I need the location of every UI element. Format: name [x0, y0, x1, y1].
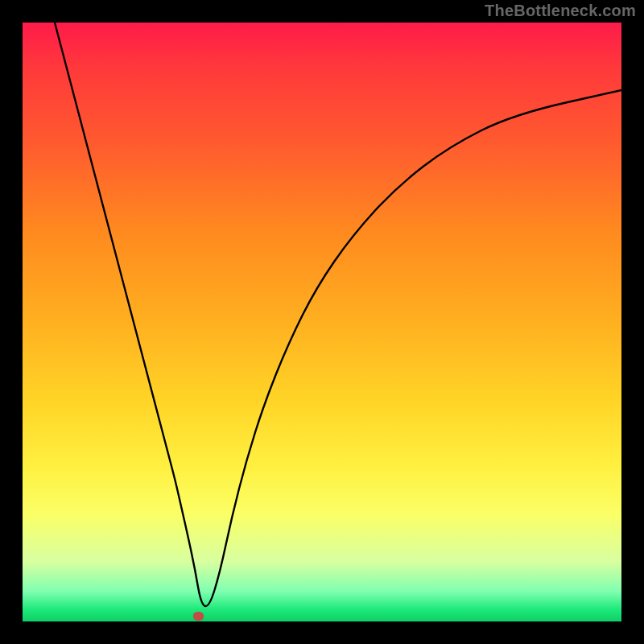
min-marker [193, 612, 204, 621]
curve-svg [23, 23, 621, 621]
curve-path [55, 23, 621, 606]
watermark-text: TheBottleneck.com [485, 2, 636, 20]
plot-area [23, 23, 621, 621]
chart-frame: TheBottleneck.com [0, 0, 644, 644]
